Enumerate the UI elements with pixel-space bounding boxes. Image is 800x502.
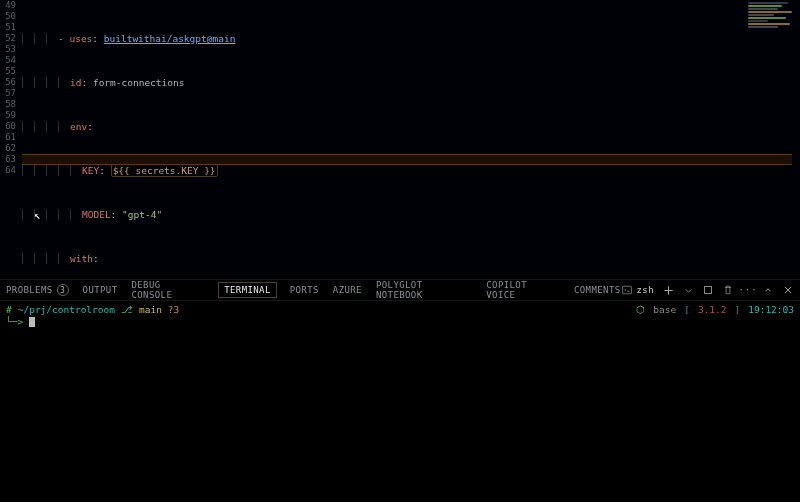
panel-tab-bar: PROBLEMS 3 OUTPUT DEBUG CONSOLE TERMINAL…	[0, 279, 800, 301]
line-number: 50	[0, 11, 18, 22]
line-number: 60	[0, 121, 18, 132]
prompt-segment-icon: #	[6, 304, 12, 316]
tab-copilot-voice[interactable]: COPILOT VOICE	[486, 280, 560, 300]
prompt-caret-icon: └─>	[6, 316, 23, 328]
git-branch: main	[139, 304, 162, 316]
line-number: 63	[0, 154, 18, 165]
line-number: 62	[0, 143, 18, 154]
prompt-path: ~/prj/controlroom	[18, 304, 115, 316]
code-editor[interactable]: 49 50 51 52 53 54 55 56 57 58 59 60 61 6…	[0, 0, 800, 290]
line-number: 49	[0, 0, 18, 11]
tab-azure[interactable]: AZURE	[333, 285, 362, 295]
eof-highlight	[22, 154, 792, 165]
minimap[interactable]	[748, 2, 798, 42]
line-number: 61	[0, 132, 18, 143]
terminal-cursor	[29, 317, 35, 327]
tab-terminal[interactable]: TERMINAL	[219, 283, 276, 297]
action-link[interactable]: builtwithai/askgpt@main	[104, 33, 236, 44]
tab-debug-console[interactable]: DEBUG CONSOLE	[131, 280, 205, 300]
bracket-icon: [	[684, 304, 690, 316]
line-number: 64	[0, 165, 18, 176]
terminal-shell-label[interactable]: zsh	[621, 284, 654, 296]
terminal-dropdown-button[interactable]	[682, 284, 694, 296]
terminal-input-line[interactable]: └─>	[6, 316, 794, 328]
clock-time: 19:12:03	[748, 304, 794, 316]
svg-rect-0	[622, 286, 631, 294]
tab-problems[interactable]: PROBLEMS 3	[6, 284, 69, 296]
terminal-prompt-line: # ~/prj/controlroom ⎇ main ?3 ⬡ base [3.…	[6, 304, 794, 316]
split-terminal-button[interactable]	[702, 284, 714, 296]
line-number: 53	[0, 44, 18, 55]
tab-polyglot-notebook[interactable]: POLYGLOT NOTEBOOK	[376, 280, 472, 300]
line-number: 57	[0, 88, 18, 99]
bracket-icon: ]	[735, 304, 741, 316]
terminal-panel[interactable]: # ~/prj/controlroom ⎇ main ?3 ⬡ base [3.…	[0, 301, 800, 502]
line-number: 56	[0, 77, 18, 88]
line-number-gutter: 49 50 51 52 53 54 55 56 57 58 59 60 61 6…	[0, 0, 18, 176]
line-number: 52	[0, 33, 18, 44]
tab-output[interactable]: OUTPUT	[83, 285, 118, 295]
problems-count-badge: 3	[57, 284, 69, 296]
close-panel-button[interactable]	[782, 284, 794, 296]
maximize-panel-button[interactable]	[762, 284, 774, 296]
tab-ports[interactable]: PORTS	[290, 285, 319, 295]
kill-terminal-button[interactable]	[722, 284, 734, 296]
panel-more-button[interactable]: ···	[742, 284, 754, 296]
line-number: 54	[0, 55, 18, 66]
line-number: 58	[0, 99, 18, 110]
new-terminal-button[interactable]	[662, 284, 674, 296]
conda-env-icon: ⬡	[636, 304, 645, 316]
conda-env: base	[653, 304, 676, 316]
line-number: 59	[0, 110, 18, 121]
git-branch-icon: ⎇	[121, 304, 133, 316]
line-number: 55	[0, 66, 18, 77]
terminal-icon	[621, 284, 633, 296]
tool-version: 3.1.2	[698, 304, 727, 316]
tab-comments[interactable]: COMMENTS	[574, 285, 621, 295]
git-dirty-count: ?3	[168, 304, 179, 316]
line-number: 51	[0, 22, 18, 33]
